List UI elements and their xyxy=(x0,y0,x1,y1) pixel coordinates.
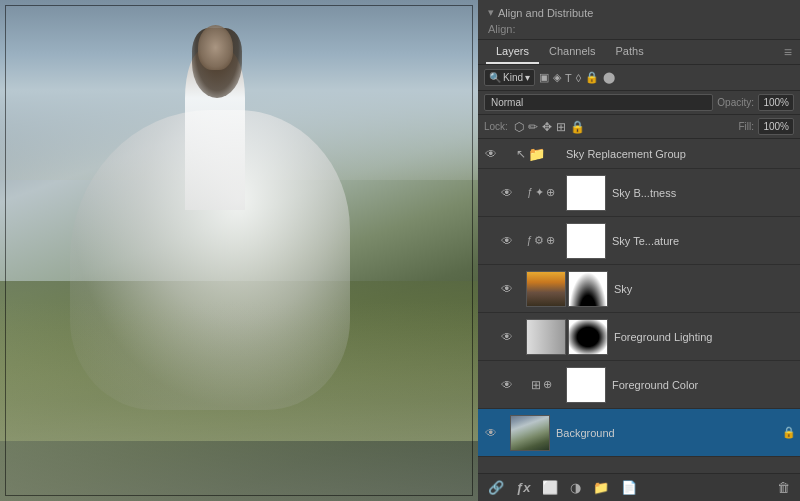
layer-row[interactable]: 👁 Sky xyxy=(478,265,800,313)
layers-panel: Layers Channels Paths ≡ 🔍 Kind ▾ ▣ ◈ T ◊… xyxy=(478,40,800,501)
layer-thumbnails xyxy=(526,319,608,355)
adjustment-button[interactable]: ◑ xyxy=(566,478,585,497)
layer-cursor-icon: ↖ xyxy=(516,147,526,161)
layer-thumbnail xyxy=(526,319,566,355)
group-button[interactable]: 📁 xyxy=(589,478,613,497)
tab-paths[interactable]: Paths xyxy=(606,40,654,64)
layer-mask-thumbnail xyxy=(568,271,608,307)
grid-icon: ⊞ xyxy=(531,378,541,392)
opacity-label: Opacity: xyxy=(717,97,754,108)
filter-adjust-icon[interactable]: ◈ xyxy=(553,71,561,84)
eye-icon[interactable]: 👁 xyxy=(498,328,516,346)
layer-thumbnail xyxy=(566,175,606,211)
layer-name: Sky Te...ature xyxy=(612,235,796,247)
fx-button[interactable]: ƒx xyxy=(512,478,534,497)
filter-row: 🔍 Kind ▾ ▣ ◈ T ◊ 🔒 ⬤ xyxy=(478,65,800,91)
lock-transparent-icon[interactable]: ⬡ xyxy=(514,120,524,134)
smartfilter-icon: ⚙ xyxy=(534,234,544,247)
filter-color-dot-icon[interactable]: ⬤ xyxy=(603,71,615,84)
blend-mode-dropdown[interactable]: Normal xyxy=(484,94,713,111)
align-label: Align: xyxy=(488,23,516,35)
tab-layers[interactable]: Layers xyxy=(486,40,539,64)
canvas-image xyxy=(0,0,478,501)
fill-value[interactable]: 100% xyxy=(758,118,794,135)
layers-list: 👁 ↖ 📁 Sky Replacement Group 👁 ƒ ✦ ⊕ xyxy=(478,139,800,473)
layer-icons: ↖ 📁 xyxy=(500,146,560,162)
fx-icon: ƒ xyxy=(527,235,533,246)
eye-icon[interactable]: 👁 xyxy=(498,280,516,298)
link-button[interactable]: 🔗 xyxy=(484,478,508,497)
filter-type-icon[interactable]: T xyxy=(565,72,572,84)
lock-all-icon[interactable]: 🔒 xyxy=(570,120,585,134)
fx-icon: ƒ xyxy=(527,187,533,198)
thumb-content xyxy=(569,272,607,306)
layer-name: Sky xyxy=(614,283,796,295)
collapse-arrow-icon[interactable]: ▾ xyxy=(488,6,494,19)
layer-lock-icon: 🔒 xyxy=(782,426,796,439)
filter-pixel-icon[interactable]: ▣ xyxy=(539,71,549,84)
fog-overlay xyxy=(0,301,478,501)
thumb-content xyxy=(527,320,565,354)
layer-row[interactable]: 👁 ⊞ ⊕ Foreground Color xyxy=(478,361,800,409)
filter-kind-label: Kind xyxy=(503,72,523,83)
layer-thumbnails xyxy=(566,223,606,259)
opacity-value[interactable]: 100% xyxy=(758,94,794,111)
layer-name: Foreground Lighting xyxy=(614,331,796,343)
canvas-area xyxy=(0,0,478,501)
blend-row: Normal Opacity: 100% xyxy=(478,91,800,115)
filter-chevron-icon: ▾ xyxy=(525,72,530,83)
tabs-bar: Layers Channels Paths ≡ xyxy=(478,40,800,65)
bride-head xyxy=(198,25,233,70)
layer-name: Sky Replacement Group xyxy=(566,148,796,160)
thumb-content xyxy=(569,320,607,354)
filter-shape-icon[interactable]: ◊ xyxy=(576,72,581,84)
filter-icon: 🔍 xyxy=(489,72,501,83)
layer-thumbnails xyxy=(566,175,606,211)
layer-thumbnails xyxy=(526,271,608,307)
chain-icon: ⊕ xyxy=(543,378,552,391)
layer-row[interactable]: 👁 Foreground Lighting xyxy=(478,313,800,361)
layer-icons: ƒ ⚙ ⊕ xyxy=(516,234,566,247)
align-section-header: ▾ Align and Distribute xyxy=(488,6,790,19)
layer-name: Sky B...tness xyxy=(612,187,796,199)
eye-icon[interactable]: 👁 xyxy=(482,424,500,442)
layer-thumbnail xyxy=(510,415,550,451)
eye-icon[interactable]: 👁 xyxy=(498,376,516,394)
bottom-toolbar: 🔗 ƒx ⬜ ◑ 📁 📄 🗑 xyxy=(478,473,800,501)
layer-thumbnail xyxy=(566,223,606,259)
tabs-menu-icon[interactable]: ≡ xyxy=(784,44,792,60)
new-layer-button[interactable]: 📄 xyxy=(617,478,641,497)
folder-icon: 📁 xyxy=(528,146,545,162)
tab-channels[interactable]: Channels xyxy=(539,40,605,64)
layer-row[interactable]: 👁 ƒ ✦ ⊕ Sky B...tness xyxy=(478,169,800,217)
layer-mask-thumbnail xyxy=(568,319,608,355)
filter-kind-dropdown[interactable]: 🔍 Kind ▾ xyxy=(484,69,535,86)
thumb-content xyxy=(567,368,605,402)
lock-row: Lock: ⬡ ✏ ✥ ⊞ 🔒 Fill: 100% xyxy=(478,115,800,139)
lock-image-icon[interactable]: ✏ xyxy=(528,120,538,134)
layer-row[interactable]: 👁 ↖ 📁 Sky Replacement Group xyxy=(478,139,800,169)
mask-button[interactable]: ⬜ xyxy=(538,478,562,497)
thumb-content xyxy=(511,416,549,450)
right-panel: ▾ Align and Distribute Align: Layers Cha… xyxy=(478,0,800,501)
layer-name: Foreground Color xyxy=(612,379,796,391)
thumb-content xyxy=(567,176,605,210)
thumb-content xyxy=(567,224,605,258)
chain-icon: ⊕ xyxy=(546,186,555,199)
layer-icons: ƒ ✦ ⊕ xyxy=(516,186,566,199)
eye-icon[interactable]: 👁 xyxy=(482,145,500,163)
eye-icon[interactable]: 👁 xyxy=(498,184,516,202)
lock-artboard-icon[interactable]: ⊞ xyxy=(556,120,566,134)
sun-icon: ✦ xyxy=(535,186,544,199)
eye-icon[interactable]: 👁 xyxy=(498,232,516,250)
align-row: Align: xyxy=(488,23,790,35)
layer-row[interactable]: 👁 ƒ ⚙ ⊕ Sky Te...ature xyxy=(478,217,800,265)
layer-thumbnail xyxy=(526,271,566,307)
layer-thumbnails xyxy=(510,415,550,451)
layer-row[interactable]: 👁 Background 🔒 xyxy=(478,409,800,457)
lock-position-icon[interactable]: ✥ xyxy=(542,120,552,134)
chain-icon: ⊕ xyxy=(546,234,555,247)
filter-lock-icon[interactable]: 🔒 xyxy=(585,71,599,84)
delete-button[interactable]: 🗑 xyxy=(773,478,794,497)
layer-name: Background xyxy=(556,427,782,439)
